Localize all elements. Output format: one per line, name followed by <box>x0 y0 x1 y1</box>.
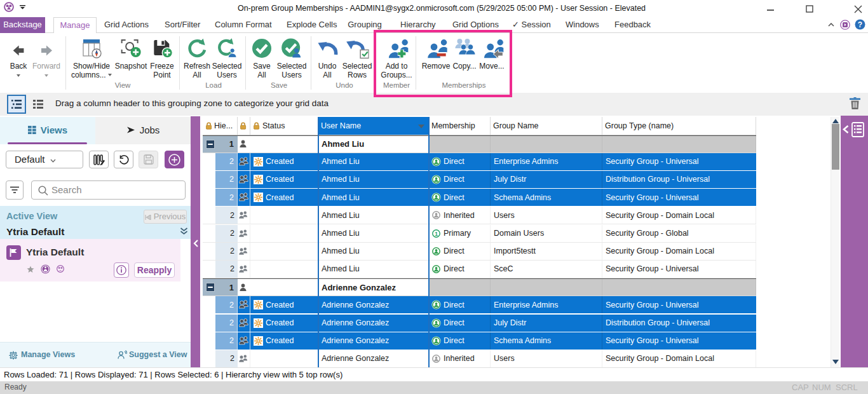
svg-text:?: ? <box>858 20 862 29</box>
